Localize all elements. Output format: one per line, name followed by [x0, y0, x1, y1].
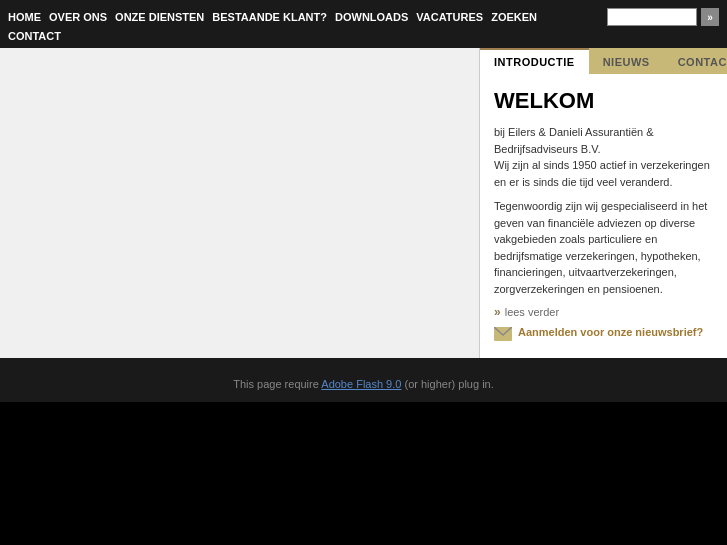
nav-top-row: HOME OVER ONS ONZE DIENSTEN BESTAANDE KL…: [8, 8, 719, 26]
welcome-title: WELKOM: [494, 88, 713, 114]
nav-zoeken[interactable]: ZOEKEN: [491, 9, 545, 25]
nav-vacatures[interactable]: VACATURES: [416, 9, 491, 25]
tab-nieuws[interactable]: NIEUWS: [589, 48, 664, 74]
nav-downloads[interactable]: DOWNLOADS: [335, 9, 416, 25]
email-icon: [494, 327, 512, 341]
adobe-flash-link[interactable]: Adobe Flash 9.0: [321, 378, 401, 390]
lees-verder-link[interactable]: lees verder: [505, 306, 559, 318]
nav-contact[interactable]: CONTACT: [8, 28, 69, 44]
tab-contact[interactable]: CONTACT: [664, 48, 727, 74]
nav-bestaande-klant[interactable]: BESTAANDE KLANT?: [212, 9, 335, 25]
search-input[interactable]: [607, 8, 697, 26]
aanmelden-link[interactable]: Aanmelden voor onze nieuwsbrief?: [518, 325, 703, 340]
flash-panel: [0, 48, 480, 358]
footer-text-before: This page require: [233, 378, 321, 390]
footer-text-after: (or higher) plug in.: [401, 378, 493, 390]
content-paragraph-1: bij Eilers & Danieli Assurantiën & Bedri…: [494, 124, 713, 190]
footer: This page require Adobe Flash 9.0 (or hi…: [0, 366, 727, 402]
nav-home[interactable]: HOME: [8, 9, 49, 25]
aanmelden-area: Aanmelden voor onze nieuwsbrief?: [494, 325, 713, 341]
navbar: HOME OVER ONS ONZE DIENSTEN BESTAANDE KL…: [0, 0, 727, 48]
search-button[interactable]: »: [701, 8, 719, 26]
bottom-bar: [0, 358, 727, 366]
search-area: »: [607, 8, 719, 26]
nav-over-ons[interactable]: OVER ONS: [49, 9, 115, 25]
nav-second-row: CONTACT: [8, 26, 719, 44]
black-bottom: [0, 402, 727, 545]
main-wrapper: INTRODUCTIE NIEUWS CONTACT WELKOM bij Ei…: [0, 48, 727, 358]
nav-onze-diensten[interactable]: ONZE DIENSTEN: [115, 9, 212, 25]
tabs-bar: INTRODUCTIE NIEUWS CONTACT: [480, 48, 727, 74]
lees-verder-area: » lees verder: [494, 305, 713, 319]
arrow-icon: »: [494, 305, 501, 319]
tab-introductie[interactable]: INTRODUCTIE: [480, 48, 589, 74]
content-area: WELKOM bij Eilers & Danieli Assurantiën …: [480, 74, 727, 351]
right-panel: INTRODUCTIE NIEUWS CONTACT WELKOM bij Ei…: [480, 48, 727, 358]
content-paragraph-2: Tegenwoordig zijn wij gespecialiseerd in…: [494, 198, 713, 297]
